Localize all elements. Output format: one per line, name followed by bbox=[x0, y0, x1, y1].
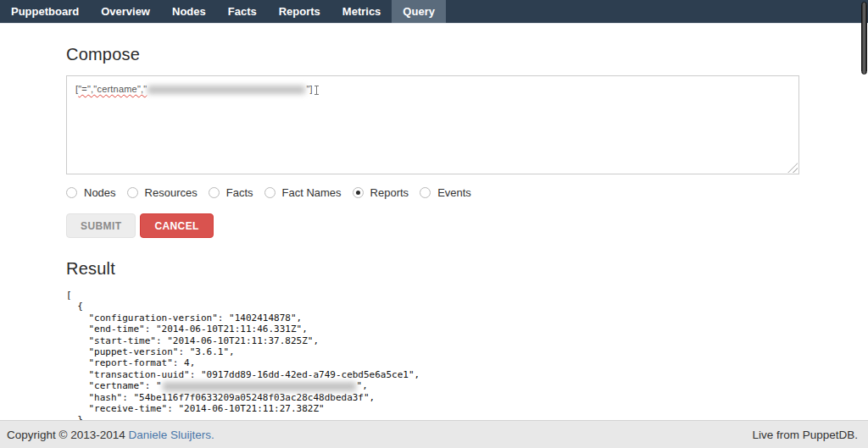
nav-item-puppetboard[interactable]: Puppetboard bbox=[0, 0, 90, 23]
text-cursor bbox=[314, 86, 319, 95]
radio-label: Reports bbox=[370, 186, 409, 199]
radio-label: Resources bbox=[145, 186, 198, 199]
json-line: "start-time": "2014-06-10T21:11:37.825Z"… bbox=[66, 335, 868, 346]
result-heading: Result bbox=[66, 259, 868, 279]
live-from-puppetdb-text: Live from PuppetDB. bbox=[752, 429, 858, 441]
nav-item-overview[interactable]: Overview bbox=[90, 0, 161, 23]
json-line: [ bbox=[66, 290, 868, 301]
radio-label: Fact Names bbox=[282, 186, 342, 199]
main-content: Compose ["=","certname",""] NodesResourc… bbox=[0, 24, 868, 437]
radio-circle-events[interactable] bbox=[420, 187, 431, 198]
radio-fact-names[interactable]: Fact Names bbox=[264, 186, 342, 199]
radio-label: Facts bbox=[226, 186, 253, 199]
query-type-radios: NodesResourcesFactsFact NamesReportsEven… bbox=[66, 186, 868, 199]
nav-item-reports[interactable]: Reports bbox=[268, 0, 331, 23]
resize-handle-icon[interactable] bbox=[787, 163, 798, 173]
submit-button[interactable]: SUBMIT bbox=[66, 213, 136, 238]
query-text: ["=","certname",""] bbox=[75, 84, 319, 94]
radio-circle-reports[interactable] bbox=[353, 187, 364, 198]
redacted-certname-result bbox=[163, 382, 356, 391]
query-textarea[interactable]: ["=","certname",""] bbox=[66, 75, 799, 174]
nav-item-facts[interactable]: Facts bbox=[217, 0, 268, 23]
redacted-certname-value bbox=[147, 86, 305, 94]
radio-circle-facts[interactable] bbox=[209, 187, 220, 198]
json-line: "receive-time": "2014-06-10T21:11:27.382… bbox=[66, 403, 868, 414]
nav-item-query[interactable]: Query bbox=[392, 0, 446, 23]
json-line: "transaction-uuid": "0917dd89-16dd-42ed-… bbox=[66, 369, 868, 380]
cancel-button[interactable]: CANCEL bbox=[140, 213, 213, 238]
radio-circle-fact-names[interactable] bbox=[264, 187, 275, 198]
footer: Copyright © 2013-2014 Daniele Sluijters.… bbox=[0, 420, 868, 448]
json-line: { bbox=[66, 301, 868, 312]
nav-item-metrics[interactable]: Metrics bbox=[331, 0, 392, 23]
result-json: [ { "configuration-version": "1402414878… bbox=[66, 290, 868, 437]
json-line: "certname": "", bbox=[66, 380, 868, 391]
nav-item-nodes[interactable]: Nodes bbox=[161, 0, 217, 23]
author-link[interactable]: Daniele Sluijters. bbox=[129, 429, 214, 441]
json-line: "end-time": "2014-06-10T21:11:46.331Z", bbox=[66, 324, 868, 335]
form-buttons: SUBMIT CANCEL bbox=[66, 213, 868, 238]
radio-circle-nodes[interactable] bbox=[66, 187, 77, 198]
copyright-text: Copyright © 2013-2014 Daniele Sluijters. bbox=[7, 429, 214, 441]
radio-reports[interactable]: Reports bbox=[353, 186, 409, 199]
json-line: "hash": "54be116f7f0633209a05248f03ac28c… bbox=[66, 392, 868, 403]
radio-facts[interactable]: Facts bbox=[209, 186, 253, 199]
scrollbar-thumb[interactable] bbox=[861, 2, 867, 75]
json-line: "puppet-version": "3.6.1", bbox=[66, 346, 868, 357]
radio-label: Nodes bbox=[84, 186, 116, 199]
radio-label: Events bbox=[437, 186, 471, 199]
compose-heading: Compose bbox=[66, 45, 868, 64]
radio-circle-resources[interactable] bbox=[127, 187, 138, 198]
radio-resources[interactable]: Resources bbox=[127, 186, 198, 199]
radio-events[interactable]: Events bbox=[420, 186, 471, 199]
query-text-misspelled: "=","certname"," bbox=[78, 84, 147, 94]
json-line: "report-format": 4, bbox=[66, 357, 868, 368]
radio-nodes[interactable]: Nodes bbox=[66, 186, 116, 199]
navbar: PuppetboardOverviewNodesFactsReportsMetr… bbox=[0, 0, 868, 24]
json-line: "configuration-version": "1402414878", bbox=[66, 312, 868, 324]
